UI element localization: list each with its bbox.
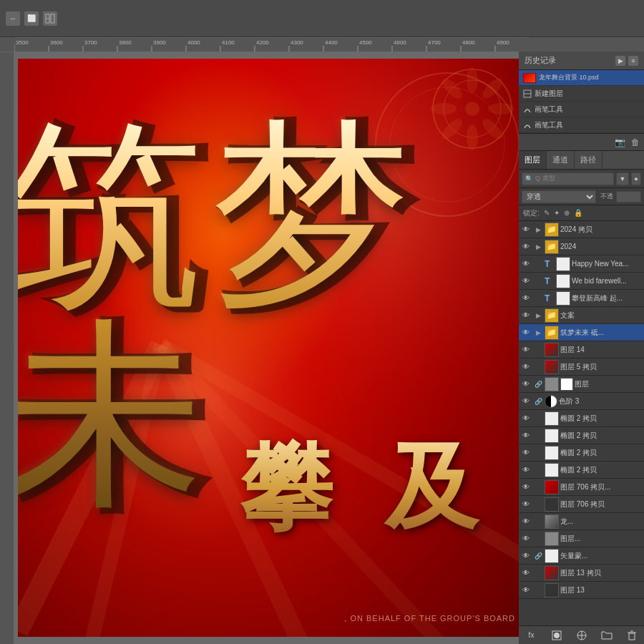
opacity-label: 不透: [600, 192, 613, 201]
history-expand-btn[interactable]: ▶: [615, 56, 625, 66]
layer-vis-9[interactable]: 👁: [520, 361, 532, 373]
layer-vis-3[interactable]: 👁: [520, 258, 532, 270]
layer-adjustment-btn[interactable]: [575, 628, 589, 643]
layer-vis-19[interactable]: 👁: [520, 533, 532, 545]
lock-position-icon[interactable]: ✦: [554, 209, 560, 217]
lock-pixel-icon[interactable]: ✎: [544, 209, 550, 217]
tab-paths[interactable]: 路径: [575, 151, 602, 169]
layer-folder-btn[interactable]: [600, 628, 614, 643]
layer-vis-7[interactable]: 👁: [520, 327, 532, 338]
layer-item-1[interactable]: 👁 ▶ 📁 2024 拷贝: [519, 221, 644, 238]
layer-item-6[interactable]: 👁 ▶ 📁 文案: [519, 307, 644, 324]
layer-vis-5[interactable]: 👁: [520, 293, 532, 304]
layer-item-13[interactable]: 👁 椭圆 2 拷贝: [519, 427, 644, 444]
layers-options-btn[interactable]: ●: [631, 172, 641, 185]
layer-vis-14[interactable]: 👁: [520, 447, 532, 459]
layer-thumb-18: [545, 514, 559, 529]
layer-item-21[interactable]: 👁 图层 13 拷贝: [519, 565, 644, 582]
history-panel: 历史记录 ▶ ≡ 龙年舞台背景 10.psd 新建图层: [519, 52, 644, 151]
history-item-3[interactable]: 画笔工具: [519, 117, 644, 133]
move-tool-icon[interactable]: ↔: [6, 11, 20, 26]
layer-item-15[interactable]: 👁 椭圆 2 拷贝: [519, 462, 644, 479]
layer-item-9[interactable]: 👁 图层 5 拷贝: [519, 358, 644, 376]
layer-link-17: [533, 499, 543, 509]
layer-trash-btn[interactable]: [625, 628, 639, 643]
layer-vis-22[interactable]: 👁: [520, 585, 532, 596]
layer-link-13: [533, 431, 543, 441]
layer-vis-10[interactable]: 👁: [520, 379, 532, 390]
layer-thumb-15: [545, 463, 559, 477]
layer-item-17[interactable]: 👁 图层 706 拷贝: [519, 496, 644, 513]
layer-item-11[interactable]: 👁 🔗 色阶 3: [519, 393, 644, 410]
layer-link-19: [533, 534, 543, 544]
history-camera-icon[interactable]: 📷: [615, 137, 625, 147]
artwork-canvas[interactable]: 筑梦未 筑梦未 攀 及 , ON BEHALF OF THE GROUP'S B…: [18, 59, 519, 637]
tab-layers[interactable]: 图层: [519, 151, 547, 169]
history-item-0[interactable]: 龙年舞台背景 10.psd: [519, 70, 644, 86]
layer-item-5[interactable]: 👁 T 攀登新高峰 起...: [519, 290, 644, 307]
lock-all-icon[interactable]: 🔒: [574, 209, 582, 217]
metric-icon[interactable]: [43, 11, 57, 26]
layer-vis-1[interactable]: 👁: [520, 224, 532, 235]
layer-item-7[interactable]: 👁 ▶ 📁 筑梦未来 砥...: [519, 324, 644, 341]
lock-label: 锁定:: [523, 208, 540, 218]
layer-item-4[interactable]: 👁 T We bid farewell...: [519, 273, 644, 290]
history-menu-btn[interactable]: ≡: [628, 56, 638, 66]
opacity-input[interactable]: [616, 191, 641, 203]
canvas-area[interactable]: 筑梦未 筑梦未 攀 及 , ON BEHALF OF THE GROUP'S B…: [14, 52, 519, 644]
layer-item-19[interactable]: 👁 图层...: [519, 530, 644, 547]
main-area: 筑梦未 筑梦未 攀 及 , ON BEHALF OF THE GROUP'S B…: [0, 52, 644, 644]
layer-item-12[interactable]: 👁 椭圆 2 拷贝: [519, 410, 644, 427]
svg-text:4100: 4100: [222, 39, 235, 46]
layer-item-16[interactable]: 👁 图层 706 拷贝...: [519, 479, 644, 496]
layer-item-20[interactable]: 👁 🔗 矢量蒙...: [519, 547, 644, 565]
history-item-1[interactable]: 新建图层: [519, 86, 644, 102]
layers-filter-btn[interactable]: ▼: [616, 172, 629, 185]
layer-item-18[interactable]: 👁 龙...: [519, 513, 644, 530]
layer-thumb-21: [545, 566, 559, 580]
layer-vis-21[interactable]: 👁: [520, 567, 532, 579]
layer-vis-2[interactable]: 👁: [520, 241, 532, 253]
svg-text:3600: 3600: [50, 39, 63, 46]
layer-link-2: ▶: [533, 242, 543, 252]
select-tool-icon[interactable]: ⬜: [24, 11, 39, 26]
layer-item-22[interactable]: 👁 图层 13: [519, 582, 644, 599]
layer-name-10: 图层: [575, 379, 643, 389]
layer-name-20: 矢量蒙...: [560, 551, 643, 561]
layer-vis-13[interactable]: 👁: [520, 430, 532, 441]
layer-item-10[interactable]: 👁 🔗 图层: [519, 376, 644, 393]
layer-link-5: [533, 293, 543, 303]
layer-vis-16[interactable]: 👁: [520, 482, 532, 493]
layer-fx-btn[interactable]: fx: [525, 628, 539, 643]
layer-vis-4[interactable]: 👁: [520, 275, 532, 287]
layer-link-3: [533, 259, 543, 269]
layer-item-3[interactable]: 👁 T Happy New Yea...: [519, 255, 644, 273]
layer-vis-15[interactable]: 👁: [520, 464, 532, 476]
history-delete-icon[interactable]: 🗑: [631, 137, 640, 147]
layer-vis-6[interactable]: 👁: [520, 310, 532, 321]
layer-vis-12[interactable]: 👁: [520, 413, 532, 424]
layer-vis-11[interactable]: 👁: [520, 396, 532, 407]
tab-channels[interactable]: 通道: [547, 151, 575, 169]
blend-mode-select[interactable]: 穿透: [522, 190, 596, 203]
lock-artboard-icon[interactable]: ⊕: [564, 209, 570, 217]
layers-search-box[interactable]: 🔍 Q 类型: [522, 172, 614, 185]
history-item-2[interactable]: 画笔工具: [519, 102, 644, 117]
layer-item-14[interactable]: 👁 椭圆 2 拷贝: [519, 444, 644, 462]
layer-vis-18[interactable]: 👁: [520, 516, 532, 527]
svg-text:4900: 4900: [497, 39, 509, 46]
layer-name-6: 文案: [560, 311, 643, 321]
bottom-chinese-text: 攀 及: [240, 425, 492, 551]
layer-item-8[interactable]: 👁 图层 14: [519, 341, 644, 358]
layer-thumb-17: [545, 497, 559, 512]
layer-item-2[interactable]: 👁 ▶ 📁 2024: [519, 238, 644, 255]
svg-rect-61: [629, 633, 635, 640]
layer-mask-btn[interactable]: [550, 628, 564, 643]
svg-text:4700: 4700: [428, 39, 441, 46]
layers-list[interactable]: 👁 ▶ 📁 2024 拷贝 👁 ▶ 📁 2024 👁 T: [519, 221, 644, 625]
layer-vis-17[interactable]: 👁: [520, 499, 532, 510]
layer-link-10: 🔗: [533, 379, 543, 389]
layer-vis-8[interactable]: 👁: [520, 344, 532, 356]
layer-vis-20[interactable]: 👁: [520, 550, 532, 562]
right-panel: 历史记录 ▶ ≡ 龙年舞台背景 10.psd 新建图层: [519, 52, 644, 644]
